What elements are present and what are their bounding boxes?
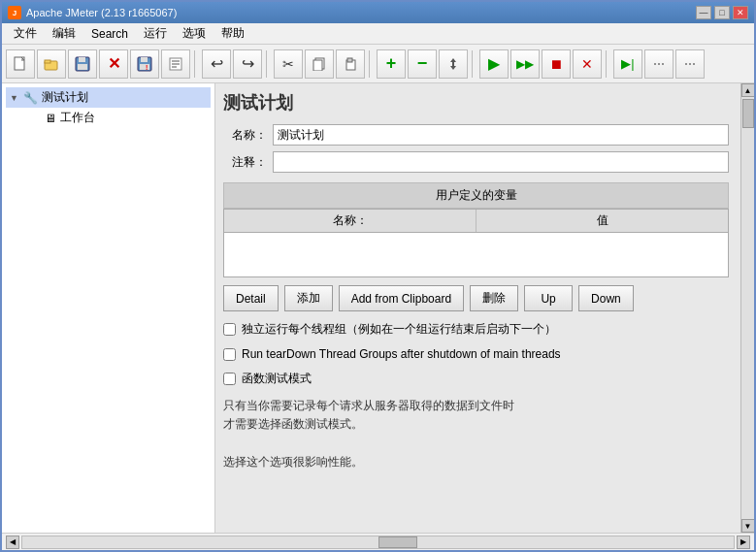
remote-run-button[interactable]: ▶| (613, 49, 642, 79)
content-panel: ▲ ▼ 测试计划 名称： 注释： 用户定义的变量 (215, 83, 754, 533)
tree-item-workbench[interactable]: 🖥 工作台 (27, 108, 211, 128)
desc-line-3: 选择这个选项很影响性能。 (223, 455, 363, 469)
app-icon: J (8, 6, 21, 19)
toolbar-separator-1 (194, 50, 198, 78)
tree-toggle-workbench (31, 114, 41, 123)
workbench-icon: 🖥 (45, 112, 56, 125)
scroll-up-arrow[interactable]: ▲ (741, 83, 755, 97)
toolbar: ✕ ! ↩ ↪ ✂ + − ▶ ▶▶ ⏹ ✕ ▶| (2, 45, 754, 83)
comment-label: 注释： (223, 154, 267, 171)
copy-button[interactable] (305, 49, 334, 79)
extra-btn2[interactable]: ⋯ (675, 49, 705, 79)
svg-text:!: ! (146, 64, 148, 71)
stop-now-button[interactable]: ✕ (573, 49, 602, 79)
menu-bar: 文件 编辑 Search 运行 选项 帮助 (2, 23, 754, 45)
maximize-button[interactable]: □ (714, 6, 730, 19)
menu-options[interactable]: 选项 (175, 23, 214, 45)
col-header-name: 名称： (224, 210, 477, 232)
title-bar-left: J Apache JMeter (2.13 r1665067) (8, 6, 177, 19)
table-header: 名称： 值 (224, 210, 728, 233)
report-button[interactable] (161, 49, 190, 79)
tree-children: 🖥 工作台 (6, 108, 211, 128)
title-controls: — □ ✕ (696, 6, 748, 19)
col-header-value: 值 (477, 210, 728, 232)
toolbar-separator-5 (606, 50, 609, 78)
delete-button[interactable]: ✕ (99, 49, 128, 79)
variables-section-header: 用户定义的变量 (223, 182, 729, 209)
svg-rect-8 (140, 64, 149, 70)
comment-row: 注释： (223, 151, 729, 173)
detail-button[interactable]: Detail (223, 285, 279, 311)
tree-item-test-plan[interactable]: ▼ 🔧 测试计划 (6, 87, 211, 108)
name-label: 名称： (223, 127, 267, 144)
title-bar: J Apache JMeter (2.13 r1665067) — □ ✕ (2, 2, 754, 23)
add-from-clipboard-button[interactable]: Add from Clipboard (339, 285, 464, 311)
scroll-down-arrow[interactable]: ▼ (741, 519, 755, 533)
undo-button[interactable]: ↩ (202, 49, 231, 79)
teardown-groups-checkbox[interactable] (223, 348, 236, 361)
checkbox-row-1: 独立运行每个线程组（例如在一个组运行结束后启动下一个） (223, 321, 729, 338)
menu-search[interactable]: Search (83, 23, 136, 45)
main-window: J Apache JMeter (2.13 r1665067) — □ ✕ 文件… (0, 0, 756, 552)
cut-button[interactable]: ✂ (274, 49, 303, 79)
svg-rect-20 (452, 62, 454, 66)
svg-rect-17 (347, 58, 352, 62)
stop-button[interactable]: ⏹ (542, 49, 571, 79)
up-button[interactable]: Up (524, 285, 573, 311)
run-button[interactable]: ▶ (479, 49, 509, 79)
comment-input[interactable] (273, 151, 729, 173)
functional-mode-checkbox[interactable] (223, 373, 236, 385)
horizontal-scrollbar[interactable] (21, 536, 735, 549)
down-button[interactable]: Down (578, 285, 634, 311)
scroll-left-arrow[interactable]: ◀ (6, 536, 19, 549)
desc-line-2: 才需要选择函数测试模式。 (223, 417, 363, 431)
add-button[interactable]: 添加 (284, 285, 333, 311)
svg-rect-4 (79, 57, 85, 62)
close-button[interactable]: ✕ (733, 6, 748, 19)
extra-btn1[interactable]: ⋯ (644, 49, 674, 79)
independent-groups-checkbox[interactable] (223, 323, 236, 336)
run-all-button[interactable]: ▶▶ (510, 49, 540, 79)
test-plan-label: 测试计划 (42, 89, 88, 106)
paste-button[interactable] (336, 49, 365, 79)
workbench-label: 工作台 (60, 110, 95, 126)
save2-button[interactable]: ! (130, 49, 159, 79)
menu-run[interactable]: 运行 (136, 23, 175, 45)
desc-line-1: 只有当你需要记录每个请求从服务器取得的数据到文件时 (223, 399, 514, 412)
new-button[interactable] (6, 49, 35, 79)
functional-mode-label: 函数测试模式 (242, 371, 312, 387)
h-scroll-thumb[interactable] (378, 536, 417, 548)
checkbox-row-3: 函数测试模式 (223, 371, 729, 387)
menu-help[interactable]: 帮助 (214, 23, 252, 45)
add-element-button[interactable]: + (377, 49, 406, 79)
button-row: Detail 添加 Add from Clipboard 删除 Up Down (223, 285, 729, 311)
bottom-scroll: ◀ ▶ (6, 536, 750, 549)
open-button[interactable] (37, 49, 66, 79)
minimize-button[interactable]: — (696, 6, 711, 19)
delete-row-button[interactable]: 删除 (470, 285, 518, 311)
vertical-scrollbar[interactable]: ▲ ▼ (740, 83, 754, 533)
main-area: ▼ 🔧 测试计划 🖥 工作台 ▲ ▼ 测试计划 (2, 83, 754, 533)
independent-groups-label: 独立运行每个线程组（例如在一个组运行结束后启动下一个） (242, 321, 556, 338)
svg-marker-19 (450, 66, 456, 70)
move-element-button[interactable] (439, 49, 468, 79)
redo-button[interactable]: ↪ (233, 49, 262, 79)
svg-rect-15 (313, 60, 322, 71)
toolbar-separator-2 (266, 50, 270, 78)
toolbar-separator-3 (369, 50, 373, 78)
save-button[interactable] (68, 49, 97, 79)
remove-element-button[interactable]: − (408, 49, 437, 79)
scroll-thumb[interactable] (742, 99, 754, 128)
svg-rect-5 (78, 64, 87, 70)
bottom-bar: ◀ ▶ (2, 533, 754, 550)
name-input[interactable] (273, 124, 729, 146)
menu-file[interactable]: 文件 (6, 23, 45, 45)
table-body (224, 233, 728, 276)
window-title: Apache JMeter (2.13 r1665067) (26, 7, 177, 18)
svg-marker-18 (450, 58, 456, 62)
tree-toggle-test-plan[interactable]: ▼ (10, 93, 19, 103)
checkbox-row-2: Run tearDown Thread Groups after shutdow… (223, 347, 729, 361)
scroll-right-arrow[interactable]: ▶ (737, 536, 750, 549)
sidebar: ▼ 🔧 测试计划 🖥 工作台 (2, 83, 215, 533)
menu-edit[interactable]: 编辑 (45, 23, 83, 45)
